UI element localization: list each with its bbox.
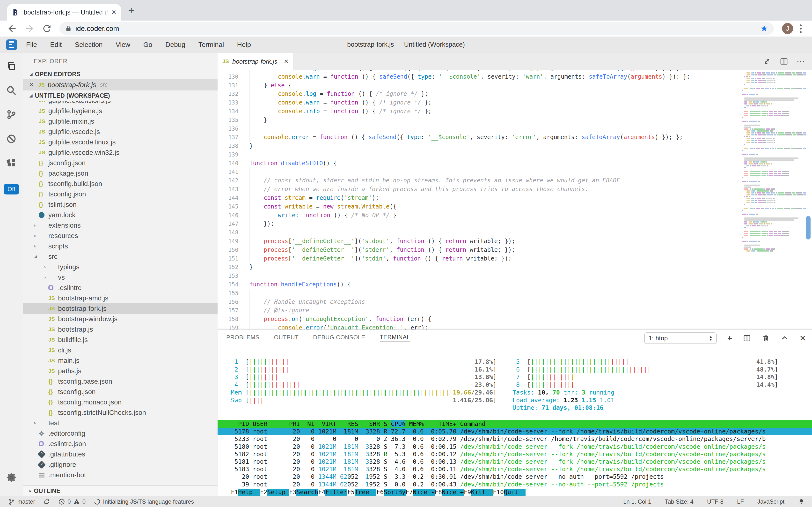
htop-process-table[interactable]: PID USER PRI NI VIRT RES SHR S CPU% MEM%… [217,420,812,488]
process-row[interactable]: 39 root 20 0 1344M 62052 1952 S 0.0 0.2 … [217,481,812,488]
fkey-f2[interactable]: F2 [260,489,267,496]
profile-avatar[interactable]: J [782,23,793,34]
tree-item[interactable]: ◢src [23,251,217,262]
fkey-action[interactable]: Search [296,489,318,496]
open-editor-item[interactable]: ✕ JS bootstrap-fork.js src [23,79,217,91]
tree-item[interactable]: JSgulpfile.vscode.js [23,126,217,137]
editor-scrollbar-thumb[interactable] [806,216,811,239]
fkey-action[interactable]: Help [238,489,260,496]
menu-terminal[interactable]: Terminal [198,41,224,49]
fkey-f9[interactable]: F9 [464,489,471,496]
tree-item[interactable]: JSbootstrap-window.js [23,314,217,324]
fkey-action[interactable]: Quit [504,489,525,496]
split-terminal-icon[interactable] [743,334,751,342]
tree-item[interactable]: {}tsconfig.build.json [23,178,217,189]
eol-indicator[interactable]: LF [737,498,744,505]
close-panel-icon[interactable]: ✕ [799,333,806,343]
fkey-f4[interactable]: F4 [318,489,325,496]
htop-meters-right[interactable]: 5 [||||||||||||||||||||||||||| 41.8%] 6 … [512,358,778,412]
terminal-select[interactable]: 1: htop ▲▼ [644,332,717,344]
htop-meters-left[interactable]: 1 [||||||||||| 17.8%] 2 [||||||||||| 16.… [231,358,497,404]
problems-indicator[interactable]: 0 0 [58,498,85,505]
extensions-icon[interactable] [0,151,23,175]
minimap[interactable] [742,70,806,330]
maximize-panel-icon[interactable] [780,334,789,342]
fkey-f5[interactable]: F5 [348,489,355,496]
tree-item[interactable]: ▹typings [23,262,217,272]
tree-item[interactable]: {}tsconfig.base.json [23,376,217,387]
tree-item[interactable]: JSbuildfile.js [23,335,217,345]
tree-item[interactable]: {}tslint.json [23,199,217,210]
menu-file[interactable]: File [26,41,37,49]
process-row[interactable]: 5233 root 20 0 0 0 0 Z 36.3 0.0 0:02.79 … [217,435,812,443]
tree-item[interactable]: JSpaths.js [23,366,217,376]
back-icon[interactable] [7,23,17,34]
process-row[interactable]: 5182 root 20 0 1021M 181M 3328 R 5.3 0.6… [217,450,812,458]
fkey-action[interactable]: Tree [355,489,376,496]
process-row[interactable]: 5180 root 20 0 1021M 181M 3328 S 7.3 0.6… [217,443,812,450]
cursor-position[interactable]: Ln 1, Col 1 [623,498,651,505]
sync-button[interactable] [43,498,50,505]
forward-icon[interactable] [24,23,35,34]
coder-logo-icon[interactable] [6,40,17,50]
language-mode[interactable]: JavaScript [757,498,785,505]
process-row[interactable]: 5181 root 20 0 1021M 181M 3328 S 4.6 0.6… [217,458,812,465]
off-badge[interactable]: Off [4,184,19,194]
toggle-layout-icon[interactable] [779,57,788,66]
url-field[interactable]: ide.coder.com ★ [59,22,774,35]
tree-item[interactable]: ▹test [23,418,217,428]
htop-function-key-bar[interactable]: F1Help F2Setup F3SearchF4FilterF5Tree F6… [217,489,812,496]
fkey-action[interactable]: Kill [471,489,493,496]
tree-item[interactable]: ▹resources [23,230,217,241]
tree-item[interactable]: {}tsconfig.json [23,387,217,397]
kill-terminal-icon[interactable] [762,334,770,342]
tree-item[interactable]: JSgulpfile.mixin.js [23,116,217,126]
tree-item[interactable]: .gitignore [23,459,217,470]
open-editors-header[interactable]: ◢ OPEN EDITORS [23,69,217,79]
panel-tab-output[interactable]: OUTPUT [274,334,299,342]
fkey-f8[interactable]: F8 [435,489,442,496]
workspace-header[interactable]: ◢ UNTITLED (WORKSPACE) [23,91,217,101]
manage-gear-icon[interactable] [0,465,23,490]
tree-item[interactable]: JSgulpfile.vscode.linux.js [23,137,217,147]
tree-item[interactable]: {}tsconfig.monaco.json [23,397,217,407]
encoding-indicator[interactable]: UTF-8 [707,498,724,505]
tree-item[interactable]: {}tsconfig.json [23,189,217,199]
menu-help[interactable]: Help [237,41,251,49]
panel-tab-terminal[interactable]: TERMINAL [380,334,410,342]
tree-item[interactable]: JSbootstrap.js [23,324,217,335]
tab-close-icon[interactable]: ✕ [111,9,117,16]
tree-item[interactable]: {}tsconfig.strictNullChecks.json [23,407,217,418]
outline-header[interactable]: ▸ OUTLINE [23,485,217,496]
tree-item[interactable]: yarn.lock [23,210,217,220]
tree-item[interactable]: {}jsconfig.json [23,158,217,168]
menu-edit[interactable]: Edit [50,41,62,49]
panel-tab-problems[interactable]: PROBLEMS [226,334,259,342]
process-row[interactable]: 5183 root 20 0 1021M 181M 3328 S 4.0 0.6… [217,465,812,473]
menu-view[interactable]: View [116,41,130,49]
menu-selection[interactable]: Selection [75,41,103,49]
branch-indicator[interactable]: master [8,498,35,505]
htop-table-header[interactable]: PID USER PRI NI VIRT RES SHR S CPU% MEM%… [217,420,812,428]
fkey-action[interactable]: SortBy [384,489,405,496]
source-control-icon[interactable] [0,103,23,127]
new-tab-button[interactable]: + [128,5,134,16]
fkey-f3[interactable]: F3 [289,489,296,496]
tree-item[interactable]: {}package.json [23,168,217,178]
tab-size-indicator[interactable]: Tab Size: 4 [665,498,694,505]
fkey-action[interactable]: Filter [325,489,347,496]
split-editor-icon[interactable] [763,57,771,66]
editor-tab[interactable]: JS bootstrap-fork.js ✕ [217,53,294,70]
language-status-message[interactable]: Initializing JS/TS language features [94,498,194,505]
fkey-f7[interactable]: F7 [405,489,413,496]
tree-item[interactable]: ▹extensions [23,220,217,230]
fkey-action[interactable]: Setup [267,489,289,496]
tree-item[interactable]: JSgulpfile.vscode.win32.js [23,147,217,158]
tree-item[interactable]: .eslintrc [23,283,217,293]
process-row[interactable]: 5178 root 20 0 1021M 181M 3328 R 72.7 0.… [217,428,812,435]
debug-icon[interactable] [0,127,23,151]
menu-debug[interactable]: Debug [165,41,185,49]
panel-tab-debug-console[interactable]: DEBUG CONSOLE [313,334,365,342]
tree-item[interactable]: .mention-bot [23,470,217,480]
process-row[interactable]: 20 root 20 0 1344M 62052 1952 S 3.3 0.2 … [217,473,812,481]
